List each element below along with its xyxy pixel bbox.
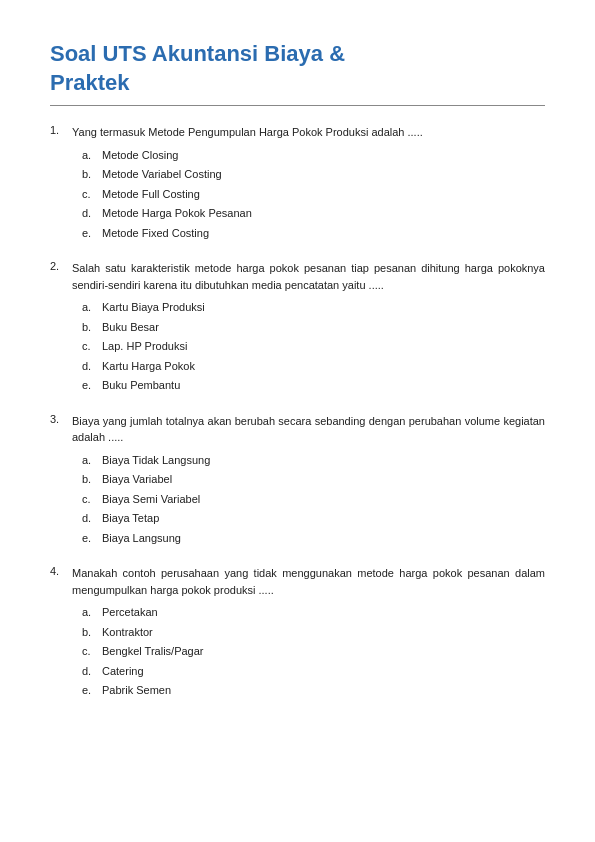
answer-text: Lap. HP Produksi [102, 338, 187, 355]
question-number: 4. [50, 565, 66, 702]
answer-item: e.Pabrik Semen [82, 682, 545, 699]
answer-text: Buku Besar [102, 319, 159, 336]
answer-list: a.Biaya Tidak Langsungb.Biaya Variabelc.… [72, 452, 545, 547]
answer-item: c.Metode Full Costing [82, 186, 545, 203]
question-content: Salah satu karakteristik metode harga po… [72, 260, 545, 397]
answer-item: b.Kontraktor [82, 624, 545, 641]
answer-text: Metode Variabel Costing [102, 166, 222, 183]
question-number: 3. [50, 413, 66, 550]
question-text: Manakah contoh perusahaan yang tidak men… [72, 565, 545, 598]
answer-text: Kontraktor [102, 624, 153, 641]
answer-label: d. [82, 663, 96, 680]
answer-item: d.Biaya Tetap [82, 510, 545, 527]
answer-text: Bengkel Tralis/Pagar [102, 643, 204, 660]
answer-label: b. [82, 471, 96, 488]
answer-text: Catering [102, 663, 144, 680]
answer-item: a.Biaya Tidak Langsung [82, 452, 545, 469]
question-text: Salah satu karakteristik metode harga po… [72, 260, 545, 293]
answer-item: b.Buku Besar [82, 319, 545, 336]
answer-label: b. [82, 319, 96, 336]
answer-label: e. [82, 682, 96, 699]
page-title: Soal UTS Akuntansi Biaya & Praktek [50, 40, 545, 106]
question-text: Yang termasuk Metode Pengumpulan Harga P… [72, 124, 545, 141]
answer-item: e.Buku Pembantu [82, 377, 545, 394]
question-number: 1. [50, 124, 66, 244]
answer-label: c. [82, 338, 96, 355]
question-list: 1.Yang termasuk Metode Pengumpulan Harga… [50, 124, 545, 702]
question-content: Manakah contoh perusahaan yang tidak men… [72, 565, 545, 702]
answer-label: b. [82, 166, 96, 183]
answer-text: Biaya Variabel [102, 471, 172, 488]
answer-label: e. [82, 377, 96, 394]
answer-item: d.Kartu Harga Pokok [82, 358, 545, 375]
answer-item: b.Biaya Variabel [82, 471, 545, 488]
answer-label: c. [82, 186, 96, 203]
question-text: Biaya yang jumlah totalnya akan berubah … [72, 413, 545, 446]
answer-item: c.Bengkel Tralis/Pagar [82, 643, 545, 660]
answer-item: e.Metode Fixed Costing [82, 225, 545, 242]
question-item: 3.Biaya yang jumlah totalnya akan beruba… [50, 413, 545, 550]
answer-text: Biaya Tetap [102, 510, 159, 527]
question-item: 2.Salah satu karakteristik metode harga … [50, 260, 545, 397]
answer-label: b. [82, 624, 96, 641]
answer-label: c. [82, 643, 96, 660]
answer-text: Percetakan [102, 604, 158, 621]
answer-text: Metode Full Costing [102, 186, 200, 203]
question-item: 1.Yang termasuk Metode Pengumpulan Harga… [50, 124, 545, 244]
question-item: 4.Manakah contoh perusahaan yang tidak m… [50, 565, 545, 702]
answer-item: a.Kartu Biaya Produksi [82, 299, 545, 316]
answer-label: e. [82, 225, 96, 242]
answer-text: Kartu Biaya Produksi [102, 299, 205, 316]
answer-text: Metode Fixed Costing [102, 225, 209, 242]
answer-label: a. [82, 452, 96, 469]
answer-text: Biaya Langsung [102, 530, 181, 547]
answer-list: a.Kartu Biaya Produksib.Buku Besarc.Lap.… [72, 299, 545, 394]
answer-text: Biaya Tidak Langsung [102, 452, 210, 469]
answer-text: Pabrik Semen [102, 682, 171, 699]
answer-item: d.Catering [82, 663, 545, 680]
answer-text: Biaya Semi Variabel [102, 491, 200, 508]
question-number: 2. [50, 260, 66, 397]
answer-label: a. [82, 604, 96, 621]
answer-item: e.Biaya Langsung [82, 530, 545, 547]
question-content: Biaya yang jumlah totalnya akan berubah … [72, 413, 545, 550]
answer-label: c. [82, 491, 96, 508]
answer-item: a.Percetakan [82, 604, 545, 621]
answer-text: Metode Harga Pokok Pesanan [102, 205, 252, 222]
answer-label: d. [82, 510, 96, 527]
answer-label: a. [82, 299, 96, 316]
answer-item: c.Biaya Semi Variabel [82, 491, 545, 508]
answer-label: d. [82, 358, 96, 375]
answer-list: a.Percetakanb.Kontraktorc.Bengkel Tralis… [72, 604, 545, 699]
answer-item: d.Metode Harga Pokok Pesanan [82, 205, 545, 222]
answer-item: c.Lap. HP Produksi [82, 338, 545, 355]
question-content: Yang termasuk Metode Pengumpulan Harga P… [72, 124, 545, 244]
answer-text: Buku Pembantu [102, 377, 180, 394]
answer-label: e. [82, 530, 96, 547]
answer-text: Kartu Harga Pokok [102, 358, 195, 375]
answer-text: Metode Closing [102, 147, 178, 164]
answer-label: d. [82, 205, 96, 222]
answer-item: b.Metode Variabel Costing [82, 166, 545, 183]
answer-item: a.Metode Closing [82, 147, 545, 164]
answer-list: a.Metode Closingb.Metode Variabel Costin… [72, 147, 545, 242]
answer-label: a. [82, 147, 96, 164]
